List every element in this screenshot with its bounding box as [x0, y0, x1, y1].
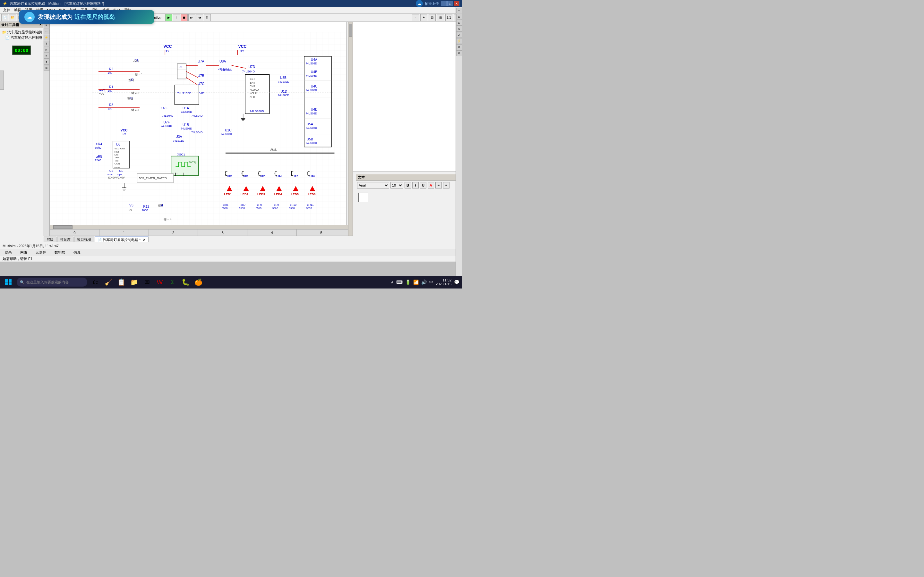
- tab-netlist[interactable]: 网络: [17, 250, 31, 255]
- tree-item-child[interactable]: 📄 汽车尾灯显示控制电路: [1, 35, 42, 40]
- align-left-btn[interactable]: ≡: [435, 182, 442, 189]
- tool-new[interactable]: 📄: [1, 14, 8, 21]
- italic-btn[interactable]: I: [412, 182, 419, 189]
- zoom-out2[interactable]: -: [412, 14, 419, 21]
- svg-rect-181: [9, 282, 11, 285]
- rvtool-4[interactable]: A: [456, 26, 462, 32]
- tab-copper[interactable]: 数铜层: [51, 250, 69, 255]
- close-btn[interactable]: ✕: [454, 1, 459, 6]
- taskbar-keyboard-icon[interactable]: ⌨: [396, 279, 403, 285]
- taskbar-up-icon[interactable]: ∧: [391, 280, 394, 284]
- tool-stop[interactable]: ⏹: [181, 14, 188, 21]
- main-layout: 设计工具箱 ✕ 📁 汽车尾灯显示控制电路 📄 汽车尾灯显示控制电路 00:00 …: [0, 22, 462, 236]
- rvtool-2[interactable]: ⊞: [456, 14, 462, 19]
- zoom-fit2[interactable]: ⊡: [429, 14, 436, 21]
- help-text: 如需帮助，请按 F1: [3, 256, 32, 261]
- svg-text:5V: 5V: [123, 132, 126, 135]
- svg-text:RST: RST: [115, 150, 120, 153]
- minimize-btn[interactable]: —: [441, 1, 447, 6]
- taskbar-app-excel[interactable]: Σ: [167, 276, 178, 288]
- tree-item-root[interactable]: 📁 汽车尾灯显示控制电路: [1, 29, 42, 35]
- text-toolbar: Arial 10 B I U A ≡ ≡: [356, 181, 459, 190]
- tool-settings[interactable]: ⚙: [204, 14, 211, 21]
- tab-hierarchy[interactable]: 层级: [44, 237, 57, 242]
- vtool-probe[interactable]: ⊕: [44, 65, 49, 71]
- tool-step[interactable]: ⏭: [188, 14, 195, 21]
- svg-text:R2: R2: [109, 67, 113, 71]
- vtool-wire2[interactable]: 〰: [44, 29, 49, 34]
- tab-schematic[interactable]: 📄 汽车尾灯显示控制电路 * ✕: [95, 237, 149, 242]
- underline-btn[interactable]: U: [420, 182, 426, 189]
- align-right-btn[interactable]: ≡: [443, 182, 449, 189]
- svg-text:VCC: VCC: [164, 44, 172, 49]
- svg-text:74LS08D: 74LS08D: [306, 74, 317, 77]
- svg-text:74LS04D: 74LS04D: [162, 114, 173, 117]
- taskbar-app-files[interactable]: 🗂: [90, 276, 102, 288]
- cloud-label[interactable]: 拍摄上传: [425, 1, 439, 6]
- scroll-thumb-h[interactable]: [53, 226, 73, 229]
- clock[interactable]: 11:52 2023/1/15: [436, 278, 451, 286]
- vtool-bus2[interactable]: ≡: [44, 53, 49, 59]
- svg-text:UR5: UR5: [292, 175, 298, 178]
- color-btn[interactable]: A: [428, 182, 434, 189]
- taskbar-wifi-icon[interactable]: 📶: [413, 279, 419, 285]
- notif-text1: 发现彼此成为: [38, 13, 73, 21]
- rvtool-6[interactable]: ⚡: [456, 38, 462, 44]
- taskbar-app-mail[interactable]: ✉: [141, 276, 153, 288]
- svg-text:U1B: U1B: [183, 123, 189, 127]
- size-select[interactable]: 10: [391, 182, 403, 189]
- col-4: 4: [247, 229, 297, 235]
- vtool-text2[interactable]: T: [44, 41, 49, 47]
- rvtool-8[interactable]: ⊗: [456, 50, 462, 56]
- svg-text:74LS32D: 74LS32D: [278, 80, 289, 83]
- tab-simulate[interactable]: 仿真: [70, 250, 84, 255]
- taskbar-app-clip[interactable]: 📋: [115, 276, 127, 288]
- rvtool-7[interactable]: ⊕: [456, 44, 462, 50]
- text-preview-box[interactable]: [359, 193, 368, 202]
- tab-visibility[interactable]: 可见度: [57, 237, 73, 242]
- taskbar-app-folder[interactable]: 📁: [128, 276, 140, 288]
- tab-components[interactable]: 元器件: [32, 250, 50, 255]
- menu-file[interactable]: 文件: [1, 8, 12, 13]
- svg-text:U7F: U7F: [164, 121, 170, 124]
- rvtool-3[interactable]: ⊟: [456, 20, 462, 26]
- zoom-in2[interactable]: +: [420, 14, 427, 21]
- title-bar-left: ⚡ 汽车尾灯显示控制电路 - Multisim - [汽车尾灯显示控制电路 *]: [3, 1, 104, 6]
- vtool-junction2[interactable]: ●: [44, 59, 49, 65]
- rvtool-1[interactable]: ≡: [456, 8, 462, 13]
- maximize-btn[interactable]: □: [447, 1, 453, 6]
- svg-text:74LS08D: 74LS08D: [306, 62, 317, 65]
- schematic-canvas[interactable]: VCC 5V VCC 5V J3 右转 J2 左转 J1 制动 R2 1kΩ: [50, 22, 353, 236]
- taskbar-notif-icon[interactable]: 💬: [454, 279, 459, 285]
- taskbar-app-bug[interactable]: 🐛: [180, 276, 191, 288]
- taskbar-app-clean[interactable]: 🧹: [103, 276, 114, 288]
- taskbar-app-wps[interactable]: W: [154, 276, 166, 288]
- font-select[interactable]: Arial: [357, 182, 389, 189]
- vtool-net[interactable]: N: [44, 47, 49, 53]
- rvtool-5[interactable]: Z: [456, 32, 462, 38]
- svg-text:UR1: UR1: [227, 175, 233, 178]
- tool-reverse[interactable]: ⏮: [196, 14, 203, 21]
- search-bar[interactable]: 🔍 在这里输入你要搜索的内容: [17, 277, 87, 287]
- schematic-scrollbar-h[interactable]: [50, 225, 348, 229]
- result-tabs: 结果 网络 元器件 数铜层 仿真: [0, 249, 462, 256]
- tab-close[interactable]: ✕: [143, 238, 145, 242]
- taskbar-speaker-icon[interactable]: 🔊: [421, 279, 427, 285]
- svg-text:550Ω: 550Ω: [256, 207, 262, 210]
- cloud-btn[interactable]: ☁: [416, 0, 423, 7]
- zoom-region[interactable]: ⊟: [437, 14, 444, 21]
- zoom-100[interactable]: 1:1: [445, 14, 452, 21]
- tool-open[interactable]: 📂: [9, 14, 16, 21]
- tool-pause[interactable]: ⏸: [173, 14, 180, 21]
- start-button[interactable]: [3, 276, 14, 288]
- schematic-scrollbar-v[interactable]: [348, 22, 352, 235]
- tab-results[interactable]: 结果: [1, 250, 15, 255]
- vtool-component2[interactable]: ⚡: [44, 35, 49, 40]
- svg-text:左转: 左转: [128, 78, 134, 82]
- scroll-thumb-v[interactable]: [349, 24, 352, 37]
- taskbar-battery-icon[interactable]: 🔋: [405, 279, 411, 285]
- tab-project[interactable]: 项目视图: [74, 237, 94, 242]
- tool-run[interactable]: ▶: [165, 14, 172, 21]
- bold-btn[interactable]: B: [405, 182, 411, 189]
- taskbar-app-orange[interactable]: 🍊: [192, 276, 204, 288]
